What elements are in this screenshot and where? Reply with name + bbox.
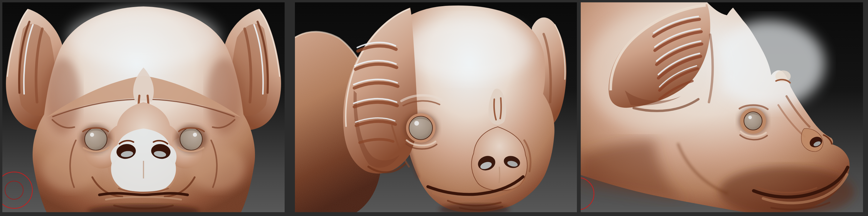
three-quarter-view-canvas[interactable]	[295, 2, 577, 212]
dome-highlight	[713, 20, 825, 108]
eyeball	[409, 116, 433, 140]
bat-head-front-sculpt	[6, 6, 281, 212]
dome-highlight	[67, 7, 220, 68]
viewport-panel-profile[interactable]	[581, 2, 863, 212]
front-view-canvas[interactable]	[2, 2, 285, 212]
eyeball	[744, 112, 762, 130]
temple-shadow	[207, 58, 242, 135]
viewport-panel-front[interactable]	[2, 2, 285, 212]
window-frame	[0, 0, 868, 216]
bat-head-three-quarter-sculpt	[295, 6, 566, 212]
dome-highlight	[404, 17, 533, 81]
profile-view-canvas[interactable]	[581, 2, 863, 212]
eyeball	[85, 128, 107, 150]
eye-highlight	[414, 121, 419, 125]
viewport-panel-three-quarter[interactable]	[295, 2, 577, 212]
eye-highlight	[748, 116, 752, 119]
temple-shadow	[45, 58, 80, 135]
philtrum-line	[499, 167, 500, 183]
eye-highlight	[90, 133, 94, 137]
